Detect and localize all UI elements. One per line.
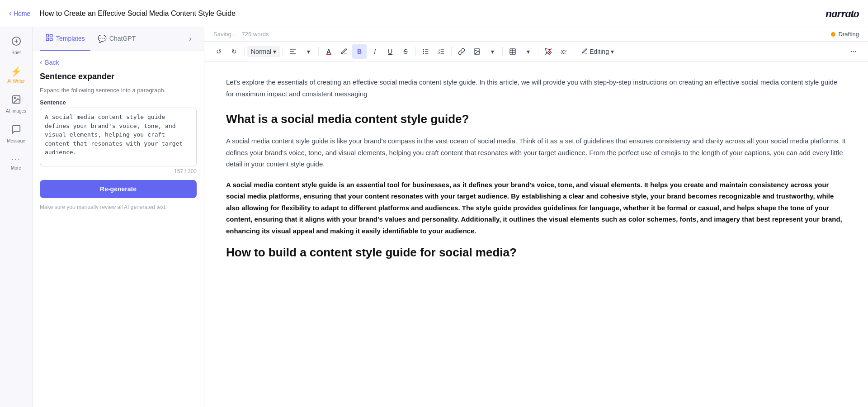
sentence-field-label: Sentence xyxy=(40,99,197,106)
svg-rect-6 xyxy=(50,34,52,37)
top-header: Home How to Create an Effective Social M… xyxy=(0,0,868,27)
toolbar-separator-6 xyxy=(502,47,503,56)
svg-point-15 xyxy=(423,49,424,50)
regenerate-button[interactable]: Re-generate xyxy=(40,180,197,198)
italic-button[interactable]: I xyxy=(368,44,382,59)
align-dropdown-button[interactable]: ▾ xyxy=(301,44,316,59)
main-layout: Brief ⚡ AI Writer AI Images Message xyxy=(0,27,868,407)
collapse-panel-button[interactable]: › xyxy=(184,33,197,45)
table-button[interactable] xyxy=(505,44,520,59)
sidebar-label-ai-images: AI Images xyxy=(6,109,26,114)
brief-icon xyxy=(11,36,21,48)
editor-area: Saving... 725 words Drafting ↺ ↻ Normal … xyxy=(204,27,868,407)
redo-button[interactable]: ↻ xyxy=(227,44,241,59)
templates-tab-icon xyxy=(45,33,53,43)
editor-intro: Let's explore the essentials of creating… xyxy=(226,76,846,99)
message-icon xyxy=(11,124,21,137)
toolbar-separator-7 xyxy=(538,47,538,56)
char-count: 157 / 300 xyxy=(40,168,197,175)
editing-dropdown-arrow: ▾ xyxy=(611,48,614,55)
sidebar-label-brief: Brief xyxy=(11,50,21,55)
bullet-list-button[interactable] xyxy=(419,44,433,59)
sidebar-item-more[interactable]: ··· More xyxy=(3,151,30,174)
home-link[interactable]: Home xyxy=(9,9,30,18)
template-name: Sentence expander xyxy=(40,72,197,81)
editor-heading-2: How to build a content style guide for s… xyxy=(226,246,846,260)
pencil-icon xyxy=(581,48,588,56)
subscript-button[interactable]: x2 xyxy=(557,44,571,59)
back-button[interactable]: Back xyxy=(40,58,197,66)
style-dropdown[interactable]: Normal ▾ xyxy=(247,46,280,57)
svg-point-16 xyxy=(423,51,424,52)
toolbar-separator-2 xyxy=(283,47,283,56)
status-badge: Drafting xyxy=(831,31,859,38)
svg-rect-8 xyxy=(50,38,52,41)
highlight-button[interactable] xyxy=(337,44,351,59)
template-description: Expand the following sentence into a par… xyxy=(40,87,197,94)
image-dropdown-button[interactable]: ▾ xyxy=(485,44,500,59)
ai-images-icon xyxy=(11,95,21,107)
underline-button[interactable]: U xyxy=(383,44,397,59)
clear-format-button[interactable] xyxy=(541,44,556,59)
bold-button[interactable]: B xyxy=(352,44,367,59)
status-label: Drafting xyxy=(838,31,859,38)
sidebar-label-more: More xyxy=(11,166,21,170)
editing-label: Editing xyxy=(590,48,609,55)
saving-status: Saving... xyxy=(213,31,236,38)
panel-tabs: Templates 💬 ChatGPT › xyxy=(33,27,204,51)
chatgpt-tab-icon: 💬 xyxy=(98,34,107,43)
undo-button[interactable]: ↺ xyxy=(212,44,226,59)
narrato-logo: narrato xyxy=(826,7,859,20)
sidebar-label-message: Message xyxy=(7,138,25,143)
image-button[interactable] xyxy=(470,44,484,59)
sidebar-label-ai-writer: AI Writer xyxy=(7,79,25,84)
sidebar-item-brief[interactable]: Brief xyxy=(3,33,30,59)
back-label: Back xyxy=(45,59,59,66)
panel-content: Back Sentence expander Expand the follow… xyxy=(33,51,204,407)
ai-writer-icon: ⚡ xyxy=(10,66,22,77)
svg-rect-7 xyxy=(46,38,48,41)
editor-toolbar: ↺ ↻ Normal ▾ ▾ A B I U xyxy=(204,42,868,62)
editor-paragraph-1: A social media content style guide is li… xyxy=(226,135,846,170)
disclaimer-text: Make sure you manually review all AI gen… xyxy=(40,204,197,211)
sentence-textarea[interactable]: A social media content style guide defin… xyxy=(40,108,197,166)
tab-chatgpt-label: ChatGPT xyxy=(109,35,136,42)
sidebar-item-ai-images[interactable]: AI Images xyxy=(3,91,30,117)
tab-templates[interactable]: Templates xyxy=(40,27,90,51)
sidebar-item-message[interactable]: Message xyxy=(3,121,30,147)
text-color-button[interactable]: A xyxy=(321,44,336,59)
word-count: 725 words xyxy=(242,31,269,38)
editor-heading-1: What is a social media content style gui… xyxy=(226,112,846,126)
status-dot xyxy=(831,32,835,37)
editor-paragraph-2-bold: A social media content style guide is an… xyxy=(226,179,846,237)
style-label: Normal xyxy=(251,48,271,55)
toolbar-separator-8 xyxy=(574,47,574,56)
editing-dropdown[interactable]: Editing ▾ xyxy=(577,46,618,57)
doc-title: How to Create an Effective Social Media … xyxy=(39,9,826,18)
toolbar-separator-1 xyxy=(244,47,245,56)
table-dropdown-button[interactable]: ▾ xyxy=(521,44,535,59)
toolbar-more-button[interactable]: ··· xyxy=(846,44,861,59)
svg-point-17 xyxy=(423,53,424,53)
sentence-field: Sentence A social media content style gu… xyxy=(40,99,197,175)
toolbar-separator-3 xyxy=(318,47,319,56)
style-dropdown-icon: ▾ xyxy=(273,48,276,55)
svg-point-22 xyxy=(476,50,476,51)
svg-rect-5 xyxy=(46,34,48,37)
icon-sidebar: Brief ⚡ AI Writer AI Images Message xyxy=(0,27,33,407)
strikethrough-button[interactable]: S xyxy=(398,44,413,59)
tab-templates-label: Templates xyxy=(56,35,85,42)
numbered-list-button[interactable] xyxy=(434,44,448,59)
sidebar-item-ai-writer[interactable]: ⚡ AI Writer xyxy=(3,62,30,87)
editor-topbar: Saving... 725 words Drafting xyxy=(204,27,868,42)
svg-point-4 xyxy=(14,97,15,99)
editor-content[interactable]: Let's explore the essentials of creating… xyxy=(204,62,868,407)
align-button[interactable] xyxy=(286,44,300,59)
toolbar-separator-4 xyxy=(415,47,416,56)
toolbar-separator-5 xyxy=(451,47,452,56)
tab-chatgpt[interactable]: 💬 ChatGPT xyxy=(92,28,141,50)
link-button[interactable] xyxy=(454,44,469,59)
panel: Templates 💬 ChatGPT › Back Sentence expa… xyxy=(33,27,204,407)
more-icon: ··· xyxy=(11,154,21,164)
